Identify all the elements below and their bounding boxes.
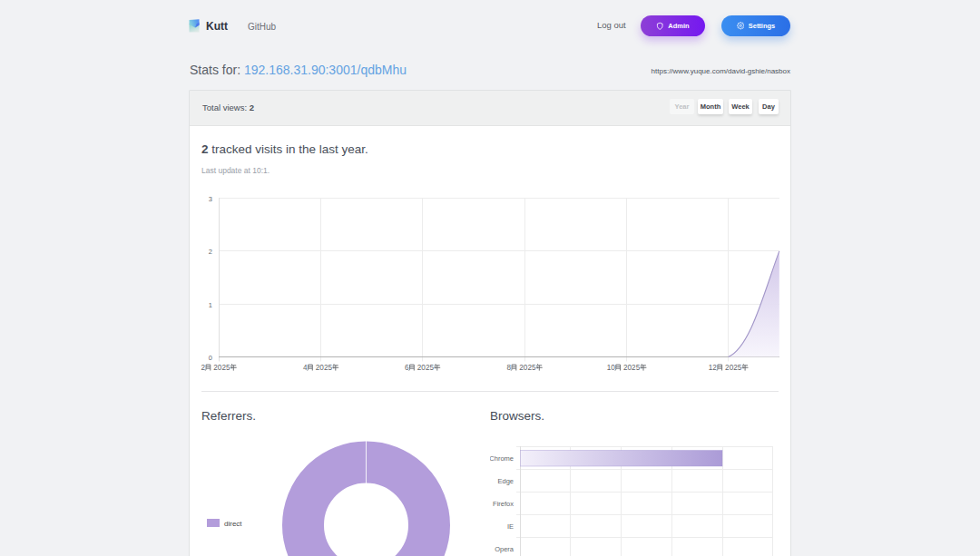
svg-text:2025: 2025 — [519, 364, 536, 372]
svg-text:10: 10 — [607, 364, 616, 372]
svg-text:1: 1 — [209, 301, 212, 309]
svg-text:2: 2 — [201, 364, 206, 372]
svg-text:Firefox: Firefox — [493, 500, 514, 508]
svg-text:2025: 2025 — [417, 364, 435, 372]
svg-text:3: 3 — [209, 195, 212, 203]
svg-text:8: 8 — [507, 364, 512, 372]
svg-text:Opera: Opera — [495, 545, 514, 553]
svg-text:Edge: Edge — [497, 477, 514, 485]
svg-text:2025: 2025 — [725, 364, 742, 372]
svg-text:6: 6 — [405, 364, 409, 372]
svg-text:0: 0 — [209, 354, 212, 362]
svg-text:4: 4 — [303, 364, 308, 372]
svg-text:12: 12 — [709, 364, 718, 372]
svg-text:2: 2 — [209, 248, 212, 256]
svg-text:Chrome: Chrome — [490, 454, 514, 463]
svg-text:2025: 2025 — [316, 364, 333, 372]
svg-text:IE: IE — [507, 522, 514, 531]
svg-text:2025: 2025 — [213, 364, 230, 372]
svg-text:2025: 2025 — [623, 364, 641, 372]
